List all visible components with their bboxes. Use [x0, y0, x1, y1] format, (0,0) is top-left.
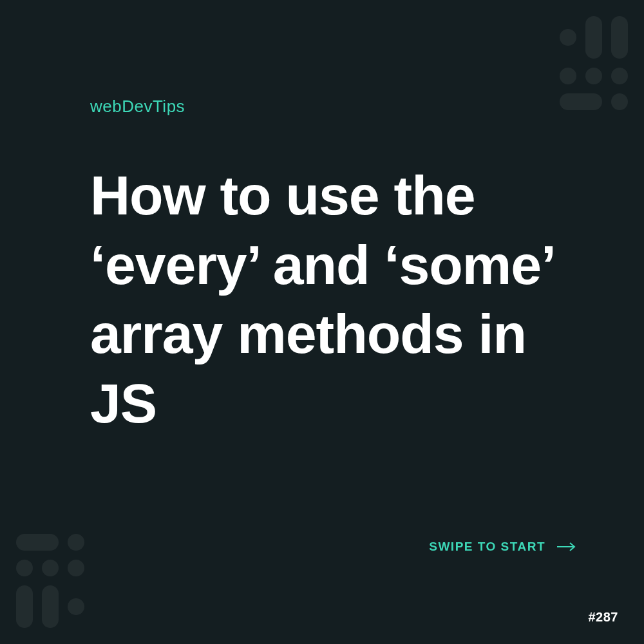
brand-label: webDevTips [90, 97, 185, 117]
decorative-pattern-bottom-left [16, 534, 84, 628]
decorative-pattern-top-right [560, 16, 628, 110]
arrow-right-icon [557, 542, 576, 551]
swipe-cta-label: SWIPE TO START [429, 540, 545, 554]
page-number-badge: #287 [589, 610, 619, 625]
page-title: How to use the ‘every’ and ‘some’ array … [90, 161, 592, 438]
swipe-to-start-button[interactable]: SWIPE TO START [429, 540, 576, 554]
